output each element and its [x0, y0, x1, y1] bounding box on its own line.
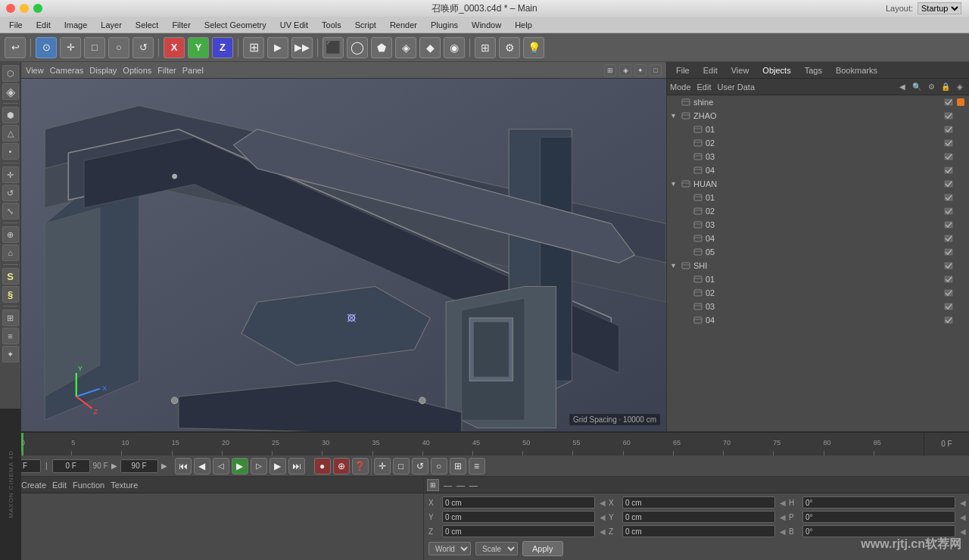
- tree-item-shi[interactable]: ▼SHI: [667, 259, 969, 272]
- vp-panel-menu[interactable]: Panel: [182, 66, 204, 75]
- lt-s-button[interactable]: S: [2, 268, 19, 285]
- tree-item-huan_04[interactable]: 04: [667, 232, 969, 245]
- coord-world-dropdown[interactable]: World: [428, 542, 471, 555]
- apply-button[interactable]: Apply: [522, 541, 563, 556]
- tree-item-shi_03[interactable]: 03: [667, 300, 969, 313]
- coord-x-input[interactable]: [442, 496, 595, 509]
- loop-btn[interactable]: ○: [431, 458, 447, 474]
- undo-button[interactable]: ↩: [5, 37, 26, 58]
- tree-vis-zhao_04[interactable]: [943, 165, 954, 176]
- rotate-tool-button[interactable]: ○: [108, 37, 129, 58]
- tree-item-huan_01[interactable]: 01: [667, 191, 969, 204]
- lt-point-button[interactable]: •: [2, 143, 19, 160]
- close-button[interactable]: [6, 4, 15, 13]
- bl-texture-menu[interactable]: Texture: [111, 481, 138, 490]
- right-tab-tags[interactable]: Tags: [799, 64, 828, 76]
- lt-layer-button[interactable]: ≡: [2, 328, 19, 344]
- camera-button[interactable]: ◈: [395, 37, 416, 58]
- bl-create-menu[interactable]: Create: [21, 481, 46, 490]
- right-tab-edit[interactable]: Edit: [697, 64, 724, 76]
- menu-item-plugins[interactable]: Plugins: [425, 19, 464, 31]
- menu-item-layer[interactable]: Layer: [95, 19, 128, 31]
- mode-icon-4[interactable]: 🔒: [939, 81, 952, 93]
- tree-vis-zhao_03[interactable]: [943, 151, 954, 162]
- coord-h-input[interactable]: [802, 496, 955, 509]
- tree-item-huan[interactable]: ▼HUAN: [667, 177, 969, 191]
- tree-vis-huan_03[interactable]: [943, 219, 954, 230]
- bl-function-menu[interactable]: Function: [73, 481, 104, 490]
- maximize-button[interactable]: [33, 4, 42, 13]
- sphere-button[interactable]: ◯: [347, 37, 368, 58]
- vp-icon-4[interactable]: □: [650, 64, 662, 76]
- next-key-button[interactable]: ▷: [251, 458, 267, 474]
- vp-filter-menu[interactable]: Filter: [157, 66, 176, 75]
- next-frame-button[interactable]: ▶: [270, 458, 286, 474]
- tree-vis-zhao_02[interactable]: [943, 138, 954, 148]
- material-button[interactable]: ◆: [419, 37, 441, 58]
- keyframe-button[interactable]: ⊞: [243, 37, 264, 58]
- grid-button[interactable]: ⊞: [475, 37, 496, 58]
- tree-vis-zhao[interactable]: [943, 110, 954, 121]
- lt-magnet-button[interactable]: ⌂: [2, 244, 19, 261]
- coord-x2-input[interactable]: [622, 496, 775, 509]
- tree-vis-shi[interactable]: [943, 260, 954, 271]
- coord-z-input[interactable]: [442, 525, 595, 537]
- tree-expand-zhao[interactable]: ▼: [670, 112, 681, 120]
- tree-item-shine[interactable]: shine: [667, 95, 969, 109]
- tree-expand-shi[interactable]: ▼: [670, 262, 681, 269]
- coord-y2-input[interactable]: [622, 511, 775, 523]
- menu-item-select-geometry[interactable]: Select Geometry: [198, 19, 273, 31]
- record-btn[interactable]: ●: [314, 458, 331, 474]
- lt-edge-button[interactable]: △: [2, 125, 19, 142]
- lt-snap-button[interactable]: ⊕: [2, 226, 19, 243]
- lt-grid2-button[interactable]: ⊞: [2, 310, 19, 326]
- tree-vis-shi_04[interactable]: [943, 315, 954, 325]
- mode-edit-item[interactable]: Edit: [697, 82, 712, 92]
- right-tab-file[interactable]: File: [670, 64, 696, 76]
- right-tab-view[interactable]: View: [725, 64, 756, 76]
- key-btn[interactable]: ❓: [352, 458, 369, 474]
- coord-scale-dropdown[interactable]: Scale: [475, 542, 518, 555]
- vp-icon-2[interactable]: ◈: [619, 64, 631, 76]
- tree-expand-huan[interactable]: ▼: [670, 180, 681, 188]
- lt-mode-button[interactable]: ⬡: [2, 65, 19, 82]
- record-button[interactable]: ▶▶: [291, 37, 313, 58]
- vp-options-menu[interactable]: Options: [123, 66, 151, 75]
- coord-z2-input[interactable]: [622, 525, 775, 537]
- right-tab-objects[interactable]: Objects: [756, 64, 796, 76]
- menu-item-edit[interactable]: Edit: [30, 19, 57, 31]
- time-ruler[interactable]: 051015202530354045505560657075808590: [21, 433, 924, 456]
- prev-key-button[interactable]: ◁: [213, 458, 229, 474]
- lt-move2-button[interactable]: ✛: [2, 166, 19, 183]
- tree-item-zhao_02[interactable]: 02: [667, 136, 969, 150]
- play-button[interactable]: ▶: [267, 37, 288, 58]
- motion-btn[interactable]: ✛: [374, 458, 391, 474]
- tree-item-huan_05[interactable]: 05: [667, 245, 969, 259]
- mode-icon-3[interactable]: ⚙: [925, 81, 937, 93]
- autokey-btn[interactable]: ⊕: [333, 458, 350, 474]
- menu-item-render[interactable]: Render: [384, 19, 423, 31]
- z-axis-button[interactable]: Z: [212, 37, 233, 58]
- menu-item-help[interactable]: Help: [509, 19, 538, 31]
- tree-item-zhao_04[interactable]: 04: [667, 163, 969, 177]
- grid3-btn[interactable]: ⊞: [450, 458, 466, 474]
- jump-start-button[interactable]: ⏮: [175, 458, 192, 474]
- scale-btn[interactable]: ↺: [412, 458, 428, 474]
- tree-item-huan_03[interactable]: 03: [667, 218, 969, 232]
- tree-item-shi_01[interactable]: 01: [667, 272, 969, 286]
- lt-scale2-button[interactable]: ⤡: [2, 203, 19, 219]
- menu-item-file[interactable]: File: [3, 19, 29, 31]
- vp-display-menu[interactable]: Display: [89, 66, 117, 75]
- lt-rotate2-button[interactable]: ↺: [2, 185, 19, 201]
- scale-tool-button[interactable]: □: [84, 37, 105, 58]
- menu-item-select[interactable]: Select: [129, 19, 165, 31]
- menu-item-script[interactable]: Script: [349, 19, 382, 31]
- minimize-button[interactable]: [20, 4, 29, 13]
- prev-frame-button[interactable]: ◀: [194, 458, 210, 474]
- br-icon[interactable]: ⊞: [427, 479, 439, 491]
- bl-edit-menu[interactable]: Edit: [52, 481, 67, 490]
- menu-item-uv-edit[interactable]: UV Edit: [274, 19, 314, 31]
- select-tool-button[interactable]: ⊙: [36, 37, 57, 58]
- cube-button[interactable]: ⬛: [322, 37, 344, 58]
- layout-select[interactable]: Startup: [918, 2, 961, 14]
